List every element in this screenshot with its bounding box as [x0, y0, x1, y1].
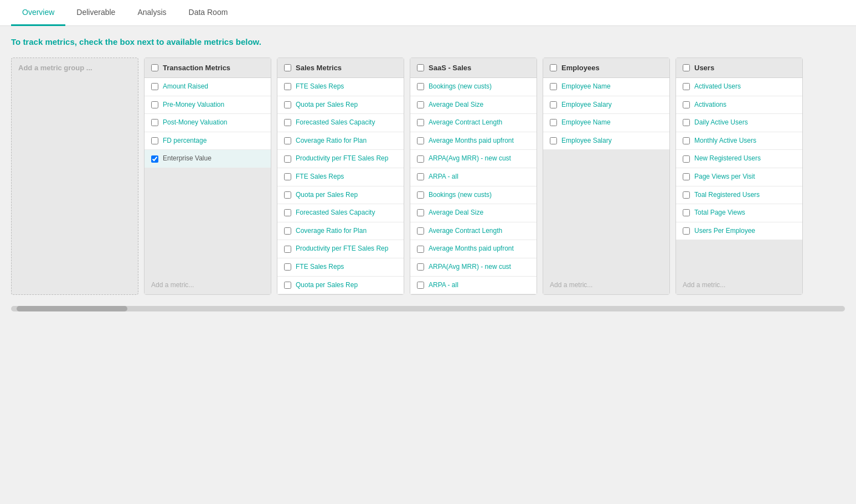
metric-item[interactable]: FTE Sales Reps: [277, 258, 404, 277]
metric-item[interactable]: Employee Salary: [543, 132, 669, 150]
metric-item[interactable]: Productivity per FTE Sales Rep: [277, 150, 404, 168]
metric-checkbox[interactable]: [417, 263, 424, 271]
metric-checkbox[interactable]: [550, 101, 557, 108]
metric-item[interactable]: Productivity per FTE Sales Rep: [277, 240, 404, 258]
metric-item[interactable]: FTE Sales Reps: [277, 78, 404, 96]
metric-checkbox[interactable]: [683, 137, 690, 144]
metric-checkbox[interactable]: [417, 101, 424, 108]
metric-checkbox[interactable]: [550, 119, 557, 126]
metric-checkbox[interactable]: [683, 191, 690, 199]
add-metric-link-employees[interactable]: Add a metric...: [543, 276, 669, 294]
metric-item[interactable]: Quota per Sales Rep: [277, 277, 404, 295]
metric-item[interactable]: Post-Money Valuation: [145, 114, 271, 132]
metric-checkbox[interactable]: [417, 119, 424, 126]
column-checkbox-employees[interactable]: [550, 64, 557, 71]
metric-checkbox[interactable]: [417, 191, 424, 199]
metric-checkbox[interactable]: [284, 263, 291, 271]
metric-checkbox[interactable]: [284, 137, 291, 144]
column-title-users: Users: [694, 64, 714, 72]
metric-checkbox[interactable]: [284, 155, 291, 163]
metric-item[interactable]: Coverage Ratio for Plan: [277, 132, 404, 150]
metric-item[interactable]: Employee Name: [543, 78, 669, 96]
metric-item[interactable]: Toal Registered Users: [676, 186, 802, 205]
metric-checkbox[interactable]: [284, 101, 291, 108]
tab-analysis[interactable]: Analysis: [126, 0, 177, 26]
metric-checkbox[interactable]: [417, 209, 424, 216]
metric-item[interactable]: Forecasted Sales Capacity: [277, 204, 404, 222]
metric-checkbox[interactable]: [284, 173, 291, 180]
metric-item[interactable]: ARPA(Avg MRR) - new cust: [410, 150, 537, 168]
metric-checkbox[interactable]: [284, 83, 291, 90]
metric-checkbox[interactable]: [683, 119, 690, 126]
metric-checkbox[interactable]: [550, 83, 557, 90]
metric-checkbox[interactable]: [151, 101, 158, 108]
tab-overview[interactable]: Overview: [11, 0, 65, 26]
metric-checkbox[interactable]: [683, 155, 690, 163]
metric-item[interactable]: Employee Name: [543, 114, 669, 132]
tab-deliverable[interactable]: Deliverable: [65, 0, 126, 26]
metric-checkbox[interactable]: [683, 209, 690, 216]
metric-checkbox[interactable]: [284, 246, 291, 253]
metric-item[interactable]: Coverage Ratio for Plan: [277, 222, 404, 241]
metric-item[interactable]: Average Deal Size: [410, 96, 537, 115]
metric-item[interactable]: Quota per Sales Rep: [277, 96, 404, 115]
metric-checkbox[interactable]: [151, 155, 158, 163]
column-checkbox-saas-sales[interactable]: [417, 64, 424, 71]
metric-checkbox[interactable]: [683, 173, 690, 180]
add-metric-link-transaction-metrics[interactable]: Add a metric...: [145, 276, 271, 294]
metric-checkbox[interactable]: [683, 101, 690, 108]
metric-checkbox[interactable]: [550, 137, 557, 144]
metric-item[interactable]: Amount Raised: [145, 78, 271, 96]
metric-checkbox[interactable]: [284, 209, 291, 216]
metric-item[interactable]: Average Months paid upfront: [410, 132, 537, 150]
metric-item[interactable]: Activations: [676, 96, 802, 115]
metric-checkbox[interactable]: [151, 137, 158, 144]
metric-item[interactable]: Pre-Money Valuation: [145, 96, 271, 115]
metric-checkbox[interactable]: [417, 246, 424, 253]
metric-item[interactable]: Total Page Views: [676, 204, 802, 222]
add-metric-link-users[interactable]: Add a metric...: [676, 276, 802, 294]
metric-checkbox[interactable]: [417, 83, 424, 90]
metric-item[interactable]: Monthly Active Users: [676, 132, 802, 150]
metric-item[interactable]: ARPA - all: [410, 277, 537, 295]
metric-item[interactable]: Bookings (new custs): [410, 186, 537, 205]
metric-item[interactable]: ARPA(Avg MRR) - new cust: [410, 258, 537, 277]
metric-item[interactable]: ARPA - all: [410, 168, 537, 186]
metric-item[interactable]: Average Contract Length: [410, 114, 537, 132]
horizontal-scrollbar[interactable]: [11, 306, 845, 311]
metric-checkbox[interactable]: [417, 282, 424, 289]
metric-item[interactable]: Users Per Employee: [676, 222, 802, 241]
metric-item[interactable]: FD percentage: [145, 132, 271, 150]
metric-item[interactable]: Forecasted Sales Capacity: [277, 114, 404, 132]
metric-checkbox[interactable]: [284, 282, 291, 289]
metric-item[interactable]: Employee Salary: [543, 96, 669, 115]
metric-checkbox[interactable]: [284, 227, 291, 235]
metric-item[interactable]: Bookings (new custs): [410, 78, 537, 96]
metric-checkbox[interactable]: [417, 155, 424, 163]
metric-checkbox[interactable]: [683, 227, 690, 235]
metric-checkbox[interactable]: [284, 191, 291, 199]
metric-item[interactable]: Average Months paid upfront: [410, 240, 537, 258]
metric-item[interactable]: Quota per Sales Rep: [277, 186, 404, 205]
metric-checkbox[interactable]: [151, 83, 158, 90]
metric-item[interactable]: New Registered Users: [676, 150, 802, 168]
metric-checkbox[interactable]: [417, 173, 424, 180]
metric-item[interactable]: Page Views per Visit: [676, 168, 802, 186]
column-checkbox-transaction-metrics[interactable]: [151, 64, 158, 71]
metric-item[interactable]: Average Deal Size: [410, 204, 537, 222]
metric-item[interactable]: Enterprise Value: [145, 150, 271, 168]
tab-data-room[interactable]: Data Room: [178, 0, 239, 26]
metric-item[interactable]: FTE Sales Reps: [277, 168, 404, 186]
metric-item[interactable]: Average Contract Length: [410, 222, 537, 241]
scrollbar-thumb[interactable]: [17, 306, 127, 311]
metric-checkbox[interactable]: [683, 83, 690, 90]
column-checkbox-users[interactable]: [683, 64, 690, 71]
metric-item[interactable]: Activated Users: [676, 78, 802, 96]
metric-checkbox[interactable]: [417, 137, 424, 144]
metric-checkbox[interactable]: [417, 227, 424, 235]
metric-item[interactable]: Daily Active Users: [676, 114, 802, 132]
add-group-label[interactable]: Add a metric group ...: [12, 58, 138, 77]
column-checkbox-sales-metrics[interactable]: [284, 64, 291, 71]
metric-checkbox[interactable]: [284, 119, 291, 126]
metric-checkbox[interactable]: [151, 119, 158, 126]
